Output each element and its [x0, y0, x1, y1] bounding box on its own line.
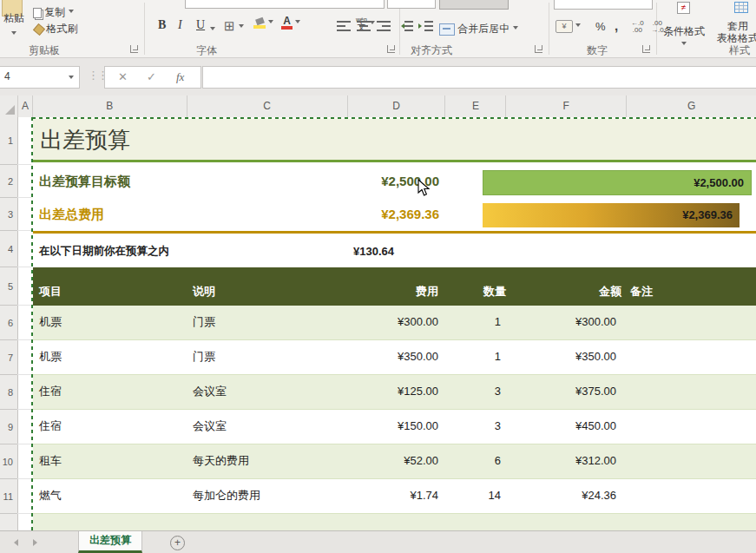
- table-row[interactable]: 租车 每天的费用 ¥52.00 6 ¥312.00: [32, 444, 756, 479]
- number-dialog-launcher[interactable]: [642, 45, 650, 53]
- font-color-button[interactable]: A: [281, 16, 300, 30]
- paste-button[interactable]: 粘贴: [2, 11, 26, 26]
- cell-qty[interactable]: 3: [445, 410, 501, 443]
- percent-style-button[interactable]: %: [595, 20, 606, 33]
- cell-amount[interactable]: ¥350.00: [521, 340, 616, 373]
- cell-cost[interactable]: ¥350.00: [347, 340, 438, 373]
- comma-style-button[interactable]: ,: [615, 18, 618, 33]
- cell-cost[interactable]: ¥1.74: [347, 479, 438, 512]
- align-center-button[interactable]: [357, 21, 371, 34]
- budget-target-bar[interactable]: ¥2,500.00: [483, 170, 752, 195]
- cell-item[interactable]: 住宿: [39, 375, 62, 408]
- cell-qty[interactable]: 1: [445, 340, 501, 373]
- row-header-4[interactable]: 4: [0, 231, 17, 267]
- cell-qty[interactable]: 1: [445, 306, 501, 339]
- conditional-formatting-dropdown[interactable]: [681, 38, 687, 50]
- cell-qty[interactable]: 14: [445, 479, 501, 512]
- cell-item[interactable]: 机票: [39, 306, 62, 339]
- cell-qty[interactable]: 6: [445, 444, 501, 477]
- font-size-combo[interactable]: [387, 0, 436, 9]
- copy-button[interactable]: 复制: [33, 5, 74, 20]
- column-header-c[interactable]: C: [187, 95, 348, 117]
- select-all-button[interactable]: [0, 95, 18, 117]
- column-header-b[interactable]: B: [33, 95, 187, 117]
- cell-desc[interactable]: 每天的费用: [193, 444, 249, 477]
- table-row[interactable]: 住宿 会议室 ¥125.00 3 ¥375.00: [32, 375, 756, 410]
- remaining-label[interactable]: 在以下日期前你在预算之内: [39, 235, 169, 267]
- row-header-6[interactable]: 6: [0, 306, 17, 340]
- row-header-1[interactable]: 1: [0, 117, 17, 165]
- row-header-8[interactable]: 8: [0, 375, 17, 410]
- cell-cost[interactable]: ¥52.00: [347, 444, 438, 477]
- cell-desc[interactable]: 会议室: [193, 410, 227, 443]
- font-dialog-launcher[interactable]: [387, 45, 395, 53]
- format-painter-button[interactable]: 格式刷: [35, 22, 77, 36]
- enter-button[interactable]: ✓: [147, 70, 156, 83]
- number-format-combo[interactable]: [554, 0, 653, 10]
- cell-amount[interactable]: ¥24.36: [521, 479, 616, 512]
- cell-desc[interactable]: 门票: [193, 340, 215, 373]
- cell-desc[interactable]: 每加仑的费用: [193, 479, 260, 512]
- table-header-row[interactable]: 项目 说明 费用 数量 金额 备注: [32, 267, 756, 306]
- borders-button[interactable]: ⊞: [224, 18, 244, 34]
- format-as-table-button[interactable]: 套用表格格式: [715, 20, 756, 44]
- total-cost-label[interactable]: 出差总费用: [39, 198, 104, 231]
- wrap-text-button-partial[interactable]: [439, 0, 509, 10]
- row-header-9[interactable]: 9: [0, 410, 17, 444]
- font-name-combo[interactable]: [185, 0, 385, 9]
- table-row[interactable]: 燃气 每加仑的费用 ¥1.74 14 ¥24.36: [32, 479, 756, 514]
- conditional-formatting-button[interactable]: 条件格式: [661, 24, 707, 39]
- accounting-format-button[interactable]: ¥: [555, 20, 581, 33]
- formula-input[interactable]: [202, 66, 756, 89]
- fill-color-button[interactable]: [253, 16, 273, 29]
- decrease-indent-button[interactable]: [399, 21, 413, 34]
- row-header-3[interactable]: 3: [0, 198, 17, 231]
- budget-target-label[interactable]: 出差预算目标额: [39, 165, 130, 198]
- underline-dropdown[interactable]: [210, 23, 215, 36]
- cell-amount[interactable]: ¥312.00: [521, 444, 616, 477]
- align-right-button[interactable]: [377, 21, 391, 34]
- clipboard-dialog-launcher[interactable]: [130, 45, 138, 53]
- bold-button[interactable]: B: [158, 18, 166, 32]
- align-left-button[interactable]: [337, 21, 351, 34]
- underline-button[interactable]: U: [196, 18, 205, 32]
- cell-desc[interactable]: 门票: [193, 306, 215, 339]
- merge-center-button[interactable]: 合并后居中: [439, 22, 518, 36]
- column-header-f[interactable]: F: [506, 95, 627, 117]
- increase-indent-button[interactable]: [419, 21, 433, 34]
- name-box[interactable]: 4: [0, 66, 80, 89]
- sheet-title-cell[interactable]: 出差预算: [32, 117, 756, 162]
- remaining-value[interactable]: ¥130.64: [353, 235, 394, 267]
- increase-decimal-button[interactable]: ←.0.00: [631, 20, 644, 34]
- cell-amount[interactable]: ¥375.00: [521, 375, 616, 408]
- column-header-d[interactable]: D: [348, 95, 446, 117]
- column-header-g[interactable]: G: [627, 95, 756, 117]
- row-header-2[interactable]: 2: [0, 165, 17, 198]
- prev-sheet-arrow[interactable]: [10, 539, 18, 546]
- cell-cost[interactable]: ¥125.00: [347, 375, 438, 408]
- column-header-a[interactable]: A: [18, 95, 33, 117]
- row-header-5[interactable]: 5: [0, 267, 17, 306]
- column-a-cells[interactable]: [17, 117, 32, 530]
- row-header-11[interactable]: 11: [0, 479, 17, 514]
- table-row[interactable]: 住宿 会议室 ¥150.00 3 ¥450.00: [32, 410, 756, 444]
- paste-dropdown[interactable]: [11, 28, 16, 40]
- column-header-e[interactable]: E: [445, 95, 506, 117]
- cell-desc[interactable]: 会议室: [193, 375, 227, 408]
- cell-cost[interactable]: ¥300.00: [347, 306, 438, 339]
- cell-amount[interactable]: ¥450.00: [521, 410, 616, 443]
- new-sheet-button[interactable]: +: [170, 536, 185, 550]
- table-row-partial[interactable]: [32, 514, 756, 530]
- active-sheet-tab[interactable]: 出差预算: [78, 531, 142, 553]
- table-row[interactable]: 机票 门票 ¥350.00 1 ¥350.00: [32, 340, 756, 375]
- cell-item[interactable]: 租车: [39, 444, 62, 477]
- row-header-7[interactable]: 7: [0, 340, 17, 375]
- alignment-dialog-launcher[interactable]: [535, 45, 542, 53]
- table-row[interactable]: 机票 门票 ¥300.00 1 ¥300.00: [32, 306, 756, 340]
- cancel-button[interactable]: ✕: [118, 70, 128, 83]
- italic-button[interactable]: I: [178, 18, 182, 32]
- cell-item[interactable]: 住宿: [39, 410, 62, 443]
- total-cost-value[interactable]: ¥2,369.36: [339, 198, 439, 231]
- total-cost-bar[interactable]: ¥2,369.36: [483, 203, 740, 227]
- next-sheet-arrow[interactable]: [33, 539, 41, 546]
